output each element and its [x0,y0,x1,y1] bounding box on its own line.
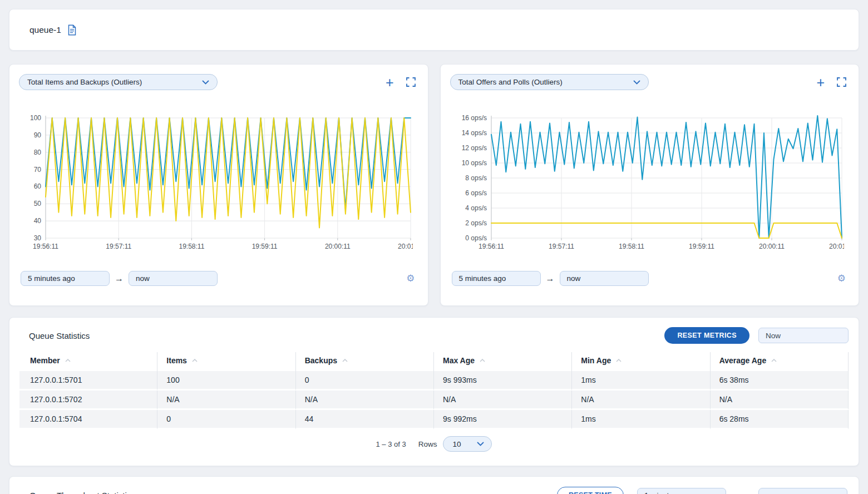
reset-time-button[interactable]: RESET TIME [557,487,624,494]
add-chart-icon[interactable]: + [816,77,825,88]
line-chart-items-backups[interactable]: 3040506070809010019:56:1119:57:1119:58:1… [20,115,413,253]
arrow-right-icon: → [731,490,740,494]
svg-text:14 ops/s: 14 ops/s [461,129,486,137]
table-cell: 6s 38ms [711,371,849,391]
arrow-right-icon: → [546,274,555,284]
sort-icon[interactable] [616,359,622,362]
svg-text:20:01:11: 20:01:11 [398,243,413,250]
svg-text:8 ops/s: 8 ops/s [465,174,487,182]
chevron-down-icon [633,80,640,85]
sort-icon[interactable] [192,359,198,362]
document-icon[interactable] [67,24,77,36]
svg-text:16 ops/s: 16 ops/s [461,115,486,122]
svg-text:2 ops/s: 2 ops/s [465,219,487,227]
sort-icon[interactable] [480,359,485,362]
line-chart-offers-polls[interactable]: 0 ops/s2 ops/s4 ops/s6 ops/s8 ops/s10 op… [451,115,844,253]
sort-icon[interactable] [65,359,71,362]
time-to-input[interactable]: now [129,271,218,286]
table-cell: 9s 992ms [434,410,572,429]
svg-text:6 ops/s: 6 ops/s [465,189,487,197]
column-header[interactable]: Backups [296,352,434,371]
section-title: Queue Throughput Statistics [29,491,135,494]
time-to-input[interactable]: now [758,488,847,494]
svg-text:19:56:11: 19:56:11 [33,243,58,250]
svg-text:19:59:11: 19:59:11 [689,243,714,250]
svg-text:100: 100 [30,115,41,122]
table-cell: 127.0.0.1:5704 [19,410,157,429]
table-row[interactable]: 127.0.0.1:570110009s 993ms1ms6s 38ms [19,371,849,391]
table-row[interactable]: 127.0.0.1:57040449s 992ms1ms6s 28ms [19,410,849,429]
page-title: queue-1 [29,25,61,35]
table-cell: 127.0.0.1:5702 [19,391,157,410]
section-title: Queue Statistics [29,331,90,340]
chevron-down-icon [202,80,209,85]
rows-per-page-value: 10 [452,440,461,448]
add-chart-icon[interactable]: + [386,77,394,88]
queue-statistics-card: Queue Statistics RESET METRICS Now Membe… [9,317,859,466]
metric-select[interactable]: Total Offers and Polls (Outliers) [450,74,649,90]
pagination: 1 – 3 of 3 Rows 10 [19,436,849,452]
svg-text:19:56:11: 19:56:11 [479,243,504,250]
column-header[interactable]: Items [157,352,295,371]
table-cell: 44 [296,410,434,429]
gear-icon[interactable]: ⚙ [406,274,415,283]
fullscreen-icon[interactable] [837,77,846,87]
arrow-right-icon: → [115,274,124,284]
queue-throughput-card: Queue Throughput Statistics RESET TIME 1… [9,476,859,494]
svg-text:4 ops/s: 4 ops/s [465,204,487,212]
time-to-input[interactable]: now [560,271,649,286]
table-cell: 1ms [572,410,710,429]
charts-row: Total Items and Backups (Outliers) + 304… [9,64,859,306]
column-header[interactable]: Max Age [434,352,572,371]
column-header[interactable]: Min Age [572,352,710,371]
table-header-row: MemberItemsBackupsMax AgeMin AgeAverage … [19,352,849,371]
svg-text:20:00:11: 20:00:11 [325,243,351,250]
metric-select-value: Total Items and Backups (Outliers) [27,78,142,86]
rows-per-page-select[interactable]: 10 [443,436,492,452]
table-cell: 1ms [572,371,710,391]
sort-icon[interactable] [342,359,348,362]
svg-text:20:00:11: 20:00:11 [759,243,785,250]
table-cell: 9s 993ms [434,371,572,391]
metric-select[interactable]: Total Items and Backups (Outliers) [19,74,218,90]
column-header[interactable]: Average Age [711,352,849,371]
svg-text:30: 30 [34,234,42,242]
table-cell: N/A [157,391,295,410]
metric-select-value: Total Offers and Polls (Outliers) [458,78,563,86]
chevron-down-icon [477,442,484,446]
time-from-input[interactable]: 5 minutes ago [452,271,541,286]
column-header[interactable]: Member [19,352,157,371]
table-cell: 127.0.0.1:5701 [19,371,157,391]
metrics-time-input[interactable]: Now [758,328,849,343]
fullscreen-icon[interactable] [406,77,416,87]
gear-icon[interactable]: ⚙ [837,274,846,283]
pagination-range: 1 – 3 of 3 [376,440,406,448]
table-cell: 100 [157,371,295,391]
sort-icon[interactable] [771,359,777,362]
svg-text:19:58:11: 19:58:11 [179,243,204,250]
svg-text:50: 50 [34,200,42,208]
table-cell: N/A [434,391,572,410]
table-row[interactable]: 127.0.0.1:5702N/AN/AN/AN/AN/A [19,391,849,410]
svg-text:19:57:11: 19:57:11 [106,243,131,250]
table-cell: N/A [711,391,849,410]
svg-text:40: 40 [34,217,42,225]
table-cell: 0 [157,410,295,429]
queue-header-card: queue-1 [9,9,859,51]
stats-table-body: 127.0.0.1:570110009s 993ms1ms6s 38ms127.… [19,371,849,429]
svg-text:60: 60 [34,182,42,190]
chart-card-items-backups: Total Items and Backups (Outliers) + 304… [9,64,428,306]
table-cell: N/A [572,391,710,410]
svg-text:20:01:11: 20:01:11 [829,243,844,250]
svg-text:70: 70 [34,166,42,174]
table-cell: 0 [296,371,434,391]
svg-text:80: 80 [34,149,42,156]
svg-text:90: 90 [34,131,42,139]
chart-card-offers-polls: Total Offers and Polls (Outliers) + 0 op… [440,64,860,306]
time-from-input[interactable]: 1 minute ago [637,488,726,494]
svg-text:19:58:11: 19:58:11 [619,243,644,250]
reset-metrics-button[interactable]: RESET METRICS [664,327,749,344]
page: queue-1 Total Items and Backups (Outlier… [0,0,868,494]
svg-text:12 ops/s: 12 ops/s [461,144,486,152]
time-from-input[interactable]: 5 minutes ago [21,271,110,286]
